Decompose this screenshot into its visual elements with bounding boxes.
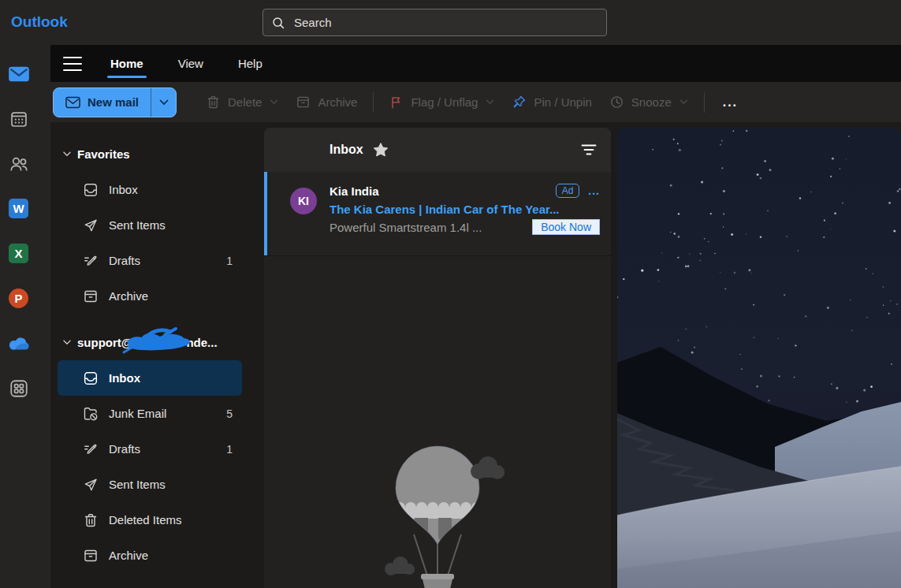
account-email-title: support@ nde... xyxy=(77,336,218,349)
hot-air-balloon-illustration xyxy=(367,440,508,588)
mail-icon xyxy=(8,65,30,84)
flag-unflag-button[interactable]: Flag / Unflag xyxy=(381,87,503,117)
sidebar-item-inbox[interactable]: Inbox xyxy=(58,360,242,396)
ribbon-tab-row: Home View Help xyxy=(50,45,901,82)
onedrive-icon xyxy=(7,336,31,352)
delete-label: Delete xyxy=(228,95,262,109)
draft-pencil-icon xyxy=(83,441,99,457)
favorites-section-header[interactable]: Favorites xyxy=(50,136,263,172)
message-list-header: Inbox xyxy=(264,128,611,172)
sidebar-item-fav-sent[interactable]: Sent Items xyxy=(58,207,242,243)
archive-icon xyxy=(83,288,99,304)
trash-icon xyxy=(206,95,221,110)
rail-onedrive-button[interactable] xyxy=(0,321,37,366)
sidebar-item-junk[interactable]: Junk Email 5 xyxy=(58,396,242,431)
top-bar: Outlook xyxy=(0,0,901,45)
trash-icon xyxy=(83,512,99,528)
folder-label: Drafts xyxy=(109,442,140,456)
ad-badge[interactable]: Ad xyxy=(556,184,580,198)
app-rail: W X P xyxy=(0,45,50,588)
search-box[interactable] xyxy=(262,9,607,36)
account-email-suffix: nde... xyxy=(186,336,217,349)
new-mail-split-button[interactable]: New mail xyxy=(53,87,177,117)
sidebar-item-drafts[interactable]: Drafts 1 xyxy=(58,431,242,467)
reading-pane xyxy=(617,128,901,588)
folder-label: Junk Email xyxy=(109,407,166,420)
delete-button[interactable]: Delete xyxy=(197,87,287,117)
folder-label: Archive xyxy=(109,289,148,303)
flag-unflag-label: Flag / Unflag xyxy=(411,95,478,109)
outlook-window: Outlook W X xyxy=(0,0,901,588)
outlook-logo[interactable]: Outlook xyxy=(11,13,68,31)
tab-help[interactable]: Help xyxy=(236,52,264,75)
search-icon xyxy=(271,16,285,30)
rail-excel-button[interactable]: X xyxy=(0,231,37,276)
clock-icon xyxy=(609,95,624,110)
junk-folder-icon xyxy=(83,406,99,422)
word-icon: W xyxy=(9,199,28,218)
book-now-button[interactable]: Book Now xyxy=(532,219,600,235)
chevron-down-icon xyxy=(486,99,494,105)
folder-label: Archive xyxy=(109,549,148,562)
sidebar-item-deleted[interactable]: Deleted Items xyxy=(58,502,242,538)
avatar[interactable]: KI xyxy=(290,188,317,214)
snooze-button[interactable]: Snooze xyxy=(601,87,697,117)
rail-people-button[interactable] xyxy=(0,141,37,186)
sidebar-item-fav-inbox[interactable]: Inbox xyxy=(58,172,242,207)
account-section-header[interactable]: support@ nde... xyxy=(50,325,263,360)
draft-pencil-icon xyxy=(83,253,99,269)
archive-icon xyxy=(83,548,99,564)
main-area: Home View Help New mail xyxy=(50,45,901,588)
sidebar-item-archive[interactable]: Archive xyxy=(58,538,242,573)
rail-apps-button[interactable] xyxy=(0,366,37,411)
tab-home[interactable]: Home xyxy=(109,52,145,75)
sidebar-item-fav-archive[interactable]: Archive xyxy=(58,278,242,314)
email-subject: The Kia Carens | Indian Car of The Year.… xyxy=(329,203,600,216)
people-icon xyxy=(9,154,29,174)
excel-icon: X xyxy=(9,244,28,263)
message-list-pane: Inbox KI Kia India Ad .. xyxy=(264,128,611,588)
filter-icon[interactable] xyxy=(581,143,597,156)
tab-view[interactable]: View xyxy=(177,52,205,75)
search-input[interactable] xyxy=(292,15,598,30)
folder-count: 1 xyxy=(226,255,233,267)
list-title: Inbox xyxy=(329,143,363,157)
archive-button[interactable]: Archive xyxy=(287,87,366,117)
rail-mail-button[interactable] xyxy=(0,51,37,96)
email-more-icon[interactable]: ... xyxy=(588,184,600,197)
sidebar-item-sent[interactable]: Sent Items xyxy=(58,467,242,502)
new-mail-dropdown-button[interactable] xyxy=(151,88,176,117)
send-icon xyxy=(83,218,99,233)
content-area: Favorites Inbox Sent Items xyxy=(50,122,901,588)
flag-icon xyxy=(389,95,404,110)
inbox-icon xyxy=(83,182,99,198)
chevron-down-icon xyxy=(63,151,71,157)
new-mail-button[interactable]: New mail xyxy=(54,88,151,117)
rail-powerpoint-button[interactable]: P xyxy=(0,276,37,321)
archive-label: Archive xyxy=(318,95,357,109)
rail-word-button[interactable]: W xyxy=(0,186,37,231)
more-options-button[interactable]: ... xyxy=(712,95,749,110)
new-mail-envelope-icon xyxy=(65,96,80,109)
chevron-down-icon xyxy=(270,99,278,105)
star-icon[interactable] xyxy=(373,142,389,158)
folder-label: Inbox xyxy=(109,183,138,196)
folder-label: Sent Items xyxy=(109,478,166,491)
command-toolbar: New mail Delete Archive xyxy=(50,82,901,122)
night-mountain-wallpaper xyxy=(617,128,901,588)
hamburger-menu-button[interactable] xyxy=(63,57,82,71)
unread-indicator xyxy=(264,172,267,255)
snooze-label: Snooze xyxy=(631,95,672,109)
pin-unpin-button[interactable]: Pin / Unpin xyxy=(503,87,600,117)
pin-unpin-label: Pin / Unpin xyxy=(534,95,591,109)
folder-label: Deleted Items xyxy=(109,513,182,527)
email-list-item[interactable]: KI Kia India Ad ... The Kia Carens | Ind… xyxy=(264,172,611,256)
email-body: Kia India Ad ... The Kia Carens | Indian… xyxy=(329,184,600,255)
inbox-icon xyxy=(83,370,99,386)
chevron-down-icon xyxy=(679,99,688,105)
rail-calendar-button[interactable] xyxy=(0,96,37,141)
sidebar-item-fav-drafts[interactable]: Drafts 1 xyxy=(58,243,242,278)
empty-state: All done for the day xyxy=(264,440,611,588)
folder-label: Inbox xyxy=(109,371,140,385)
toolbar-divider xyxy=(373,92,374,113)
